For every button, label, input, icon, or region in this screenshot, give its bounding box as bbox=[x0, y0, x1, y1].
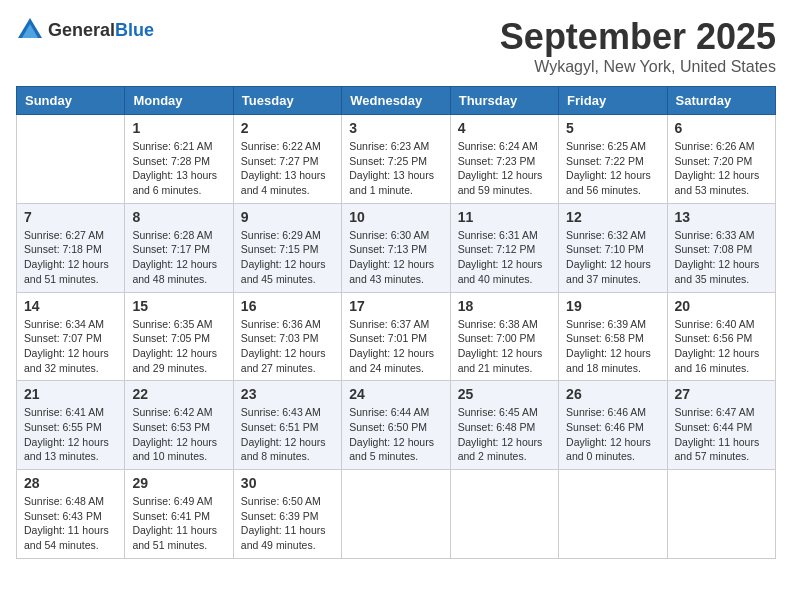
day-info: Sunrise: 6:37 AMSunset: 7:01 PMDaylight:… bbox=[349, 317, 442, 376]
calendar-cell bbox=[342, 470, 450, 559]
day-info: Sunrise: 6:21 AMSunset: 7:28 PMDaylight:… bbox=[132, 139, 225, 198]
day-number: 14 bbox=[24, 298, 117, 314]
logo: GeneralBlue bbox=[16, 16, 154, 44]
calendar-cell: 26Sunrise: 6:46 AMSunset: 6:46 PMDayligh… bbox=[559, 381, 667, 470]
day-number: 24 bbox=[349, 386, 442, 402]
calendar-cell: 11Sunrise: 6:31 AMSunset: 7:12 PMDayligh… bbox=[450, 203, 558, 292]
day-info: Sunrise: 6:23 AMSunset: 7:25 PMDaylight:… bbox=[349, 139, 442, 198]
calendar-cell: 30Sunrise: 6:50 AMSunset: 6:39 PMDayligh… bbox=[233, 470, 341, 559]
calendar-cell: 8Sunrise: 6:28 AMSunset: 7:17 PMDaylight… bbox=[125, 203, 233, 292]
day-info: Sunrise: 6:24 AMSunset: 7:23 PMDaylight:… bbox=[458, 139, 551, 198]
calendar-cell: 13Sunrise: 6:33 AMSunset: 7:08 PMDayligh… bbox=[667, 203, 775, 292]
calendar-cell: 25Sunrise: 6:45 AMSunset: 6:48 PMDayligh… bbox=[450, 381, 558, 470]
day-info: Sunrise: 6:30 AMSunset: 7:13 PMDaylight:… bbox=[349, 228, 442, 287]
day-number: 23 bbox=[241, 386, 334, 402]
day-number: 30 bbox=[241, 475, 334, 491]
calendar-cell: 28Sunrise: 6:48 AMSunset: 6:43 PMDayligh… bbox=[17, 470, 125, 559]
calendar-cell: 23Sunrise: 6:43 AMSunset: 6:51 PMDayligh… bbox=[233, 381, 341, 470]
day-number: 20 bbox=[675, 298, 768, 314]
calendar-cell: 1Sunrise: 6:21 AMSunset: 7:28 PMDaylight… bbox=[125, 115, 233, 204]
calendar-cell: 19Sunrise: 6:39 AMSunset: 6:58 PMDayligh… bbox=[559, 292, 667, 381]
day-number: 17 bbox=[349, 298, 442, 314]
day-number: 5 bbox=[566, 120, 659, 136]
location-title: Wykagyl, New York, United States bbox=[500, 58, 776, 76]
calendar-cell: 15Sunrise: 6:35 AMSunset: 7:05 PMDayligh… bbox=[125, 292, 233, 381]
day-number: 27 bbox=[675, 386, 768, 402]
calendar-cell: 18Sunrise: 6:38 AMSunset: 7:00 PMDayligh… bbox=[450, 292, 558, 381]
title-section: September 2025 Wykagyl, New York, United… bbox=[500, 16, 776, 76]
day-number: 4 bbox=[458, 120, 551, 136]
day-number: 1 bbox=[132, 120, 225, 136]
day-number: 2 bbox=[241, 120, 334, 136]
day-number: 15 bbox=[132, 298, 225, 314]
day-info: Sunrise: 6:39 AMSunset: 6:58 PMDaylight:… bbox=[566, 317, 659, 376]
calendar-cell: 22Sunrise: 6:42 AMSunset: 6:53 PMDayligh… bbox=[125, 381, 233, 470]
calendar-cell: 10Sunrise: 6:30 AMSunset: 7:13 PMDayligh… bbox=[342, 203, 450, 292]
calendar-cell bbox=[450, 470, 558, 559]
calendar-cell: 16Sunrise: 6:36 AMSunset: 7:03 PMDayligh… bbox=[233, 292, 341, 381]
calendar-cell: 27Sunrise: 6:47 AMSunset: 6:44 PMDayligh… bbox=[667, 381, 775, 470]
calendar-cell: 7Sunrise: 6:27 AMSunset: 7:18 PMDaylight… bbox=[17, 203, 125, 292]
calendar-cell: 29Sunrise: 6:49 AMSunset: 6:41 PMDayligh… bbox=[125, 470, 233, 559]
day-info: Sunrise: 6:50 AMSunset: 6:39 PMDaylight:… bbox=[241, 494, 334, 553]
day-info: Sunrise: 6:48 AMSunset: 6:43 PMDaylight:… bbox=[24, 494, 117, 553]
calendar-cell: 21Sunrise: 6:41 AMSunset: 6:55 PMDayligh… bbox=[17, 381, 125, 470]
day-number: 9 bbox=[241, 209, 334, 225]
day-info: Sunrise: 6:49 AMSunset: 6:41 PMDaylight:… bbox=[132, 494, 225, 553]
calendar-header-tuesday: Tuesday bbox=[233, 87, 341, 115]
calendar-cell: 12Sunrise: 6:32 AMSunset: 7:10 PMDayligh… bbox=[559, 203, 667, 292]
day-info: Sunrise: 6:42 AMSunset: 6:53 PMDaylight:… bbox=[132, 405, 225, 464]
day-info: Sunrise: 6:28 AMSunset: 7:17 PMDaylight:… bbox=[132, 228, 225, 287]
calendar-cell: 20Sunrise: 6:40 AMSunset: 6:56 PMDayligh… bbox=[667, 292, 775, 381]
calendar-week-row: 21Sunrise: 6:41 AMSunset: 6:55 PMDayligh… bbox=[17, 381, 776, 470]
day-number: 11 bbox=[458, 209, 551, 225]
day-info: Sunrise: 6:40 AMSunset: 6:56 PMDaylight:… bbox=[675, 317, 768, 376]
day-number: 8 bbox=[132, 209, 225, 225]
calendar-header-row: SundayMondayTuesdayWednesdayThursdayFrid… bbox=[17, 87, 776, 115]
calendar-cell bbox=[667, 470, 775, 559]
day-number: 26 bbox=[566, 386, 659, 402]
day-number: 10 bbox=[349, 209, 442, 225]
calendar-cell bbox=[17, 115, 125, 204]
calendar-cell: 14Sunrise: 6:34 AMSunset: 7:07 PMDayligh… bbox=[17, 292, 125, 381]
calendar-table: SundayMondayTuesdayWednesdayThursdayFrid… bbox=[16, 86, 776, 559]
day-number: 19 bbox=[566, 298, 659, 314]
calendar-header-sunday: Sunday bbox=[17, 87, 125, 115]
logo-general: General bbox=[48, 20, 115, 40]
day-info: Sunrise: 6:44 AMSunset: 6:50 PMDaylight:… bbox=[349, 405, 442, 464]
calendar-header-wednesday: Wednesday bbox=[342, 87, 450, 115]
calendar-header-friday: Friday bbox=[559, 87, 667, 115]
day-info: Sunrise: 6:47 AMSunset: 6:44 PMDaylight:… bbox=[675, 405, 768, 464]
day-number: 18 bbox=[458, 298, 551, 314]
calendar-cell: 6Sunrise: 6:26 AMSunset: 7:20 PMDaylight… bbox=[667, 115, 775, 204]
day-number: 7 bbox=[24, 209, 117, 225]
page-header: GeneralBlue September 2025 Wykagyl, New … bbox=[16, 16, 776, 76]
day-info: Sunrise: 6:29 AMSunset: 7:15 PMDaylight:… bbox=[241, 228, 334, 287]
day-number: 6 bbox=[675, 120, 768, 136]
calendar-week-row: 14Sunrise: 6:34 AMSunset: 7:07 PMDayligh… bbox=[17, 292, 776, 381]
day-number: 13 bbox=[675, 209, 768, 225]
day-info: Sunrise: 6:46 AMSunset: 6:46 PMDaylight:… bbox=[566, 405, 659, 464]
calendar-cell: 9Sunrise: 6:29 AMSunset: 7:15 PMDaylight… bbox=[233, 203, 341, 292]
logo-text: GeneralBlue bbox=[48, 20, 154, 41]
day-info: Sunrise: 6:22 AMSunset: 7:27 PMDaylight:… bbox=[241, 139, 334, 198]
month-title: September 2025 bbox=[500, 16, 776, 58]
day-info: Sunrise: 6:25 AMSunset: 7:22 PMDaylight:… bbox=[566, 139, 659, 198]
day-number: 25 bbox=[458, 386, 551, 402]
calendar-cell: 2Sunrise: 6:22 AMSunset: 7:27 PMDaylight… bbox=[233, 115, 341, 204]
day-info: Sunrise: 6:27 AMSunset: 7:18 PMDaylight:… bbox=[24, 228, 117, 287]
day-number: 22 bbox=[132, 386, 225, 402]
day-info: Sunrise: 6:32 AMSunset: 7:10 PMDaylight:… bbox=[566, 228, 659, 287]
calendar-cell: 3Sunrise: 6:23 AMSunset: 7:25 PMDaylight… bbox=[342, 115, 450, 204]
day-number: 28 bbox=[24, 475, 117, 491]
calendar-header-monday: Monday bbox=[125, 87, 233, 115]
day-number: 21 bbox=[24, 386, 117, 402]
day-info: Sunrise: 6:35 AMSunset: 7:05 PMDaylight:… bbox=[132, 317, 225, 376]
day-number: 29 bbox=[132, 475, 225, 491]
calendar-header-thursday: Thursday bbox=[450, 87, 558, 115]
logo-blue: Blue bbox=[115, 20, 154, 40]
day-info: Sunrise: 6:31 AMSunset: 7:12 PMDaylight:… bbox=[458, 228, 551, 287]
day-info: Sunrise: 6:41 AMSunset: 6:55 PMDaylight:… bbox=[24, 405, 117, 464]
day-info: Sunrise: 6:26 AMSunset: 7:20 PMDaylight:… bbox=[675, 139, 768, 198]
calendar-cell: 17Sunrise: 6:37 AMSunset: 7:01 PMDayligh… bbox=[342, 292, 450, 381]
